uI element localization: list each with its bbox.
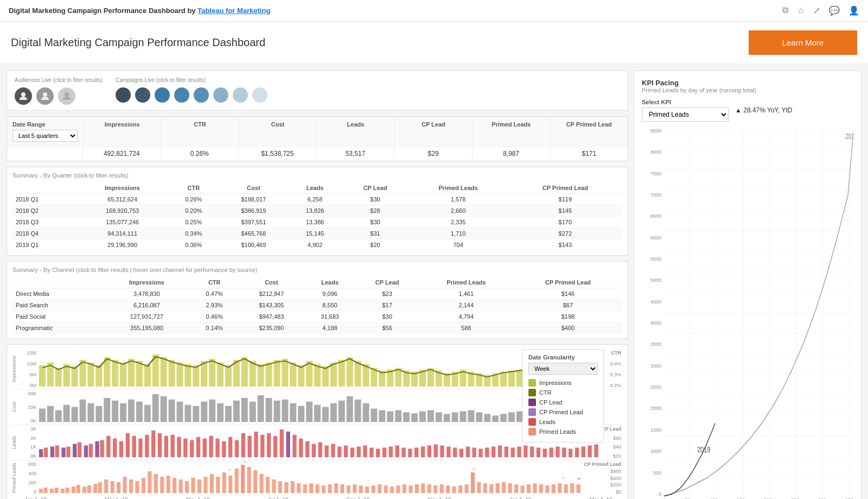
kpi-y-axis: 8500 8000 7500 7000 6500 6000 5500 5000 …: [642, 128, 661, 499]
svg-rect-260: [203, 477, 207, 493]
svg-rect-221: [530, 446, 534, 457]
svg-rect-105: [298, 406, 304, 422]
svg-rect-291: [396, 485, 400, 493]
kpi-value-ctr: 0.26%: [161, 147, 239, 161]
svg-rect-108: [322, 407, 329, 422]
table-row[interactable]: Programmatic355,195,0800.14%$235,0904,18…: [12, 323, 622, 334]
col-cp-lead: CP Lead: [342, 182, 409, 194]
campaign-dots: [116, 87, 267, 103]
audience-icon-1[interactable]: [15, 87, 32, 105]
svg-rect-256: [179, 479, 183, 493]
kpi-header-row: Date Range Last 5 quarters Last 4 quarte…: [7, 117, 628, 147]
svg-rect-213: [478, 449, 482, 457]
svg-rect-312: [527, 484, 531, 493]
col-cp-lead: CP Lead: [356, 277, 419, 288]
granularity-select[interactable]: Week Day Month: [528, 363, 598, 375]
campaign-dot-5[interactable]: [194, 87, 209, 103]
svg-rect-14: [128, 359, 135, 387]
primed-leads-bars: [39, 465, 580, 493]
svg-rect-34: [290, 363, 296, 387]
svg-rect-267: [247, 467, 251, 493]
date-range-select[interactable]: Last 5 quarters Last 4 quarters Last 3 q…: [12, 130, 78, 142]
cp-primed-lead-y-axis: CP Primed Lead $600$400$200$0: [581, 460, 623, 496]
svg-rect-60: [500, 371, 507, 387]
svg-rect-176: [241, 433, 245, 457]
ctr-swatch: [528, 389, 536, 396]
share-icon[interactable]: ⤢: [813, 5, 820, 16]
table-row[interactable]: 2018 Q3135,077,2460.25%$397,55113,386$30…: [12, 217, 622, 228]
audiences-label: Audiences Live (click to filter results): [15, 77, 103, 83]
svg-rect-169: [196, 437, 200, 457]
campaign-dot-4[interactable]: [174, 87, 189, 103]
svg-rect-316: [552, 484, 556, 493]
kpi-value-impressions: 492,821,724: [83, 147, 161, 161]
svg-rect-223: [543, 449, 547, 457]
col-cost: Cost: [219, 182, 288, 194]
svg-rect-186: [305, 441, 309, 458]
svg-rect-245: [111, 481, 114, 493]
table-row[interactable]: 2018 Q2168,920,7530.20%$386,91913,826$28…: [12, 205, 622, 217]
svg-rect-153: [95, 441, 99, 458]
svg-rect-298: [440, 484, 444, 493]
svg-rect-268: [253, 470, 257, 493]
table-row[interactable]: Direct Media3,478,8300.47%$212,8479,096$…: [12, 288, 622, 300]
legend-cp-primed-lead[interactable]: CP Primed Lead: [528, 408, 598, 416]
kpi-col-leads: Leads: [317, 117, 394, 146]
legend-impressions[interactable]: Impressions: [528, 379, 598, 387]
summary-channel-title: Summary - By Channel (click to filter re…: [12, 266, 622, 274]
dashboard-body: Audiences Live (click to filter results): [0, 64, 868, 499]
svg-rect-166: [177, 437, 181, 457]
svg-rect-194: [357, 446, 361, 457]
campaign-dot-1[interactable]: [116, 87, 131, 103]
tableau-link[interactable]: Tableau for Marketing: [197, 7, 270, 15]
svg-rect-207: [440, 445, 444, 457]
table-row[interactable]: 2018 Q494,314,1110.34%$465,76815,145$311…: [12, 228, 622, 239]
svg-rect-264: [228, 476, 232, 493]
campaign-dot-2[interactable]: [135, 87, 150, 103]
campaign-dot-3[interactable]: [155, 87, 170, 103]
svg-rect-230: [588, 445, 591, 457]
campaign-dot-6[interactable]: [213, 87, 228, 103]
audience-icon-2[interactable]: [36, 87, 54, 105]
audience-icon-3[interactable]: [58, 87, 75, 105]
comment-icon[interactable]: 💬: [829, 5, 840, 16]
duplicate-icon[interactable]: ⧉: [782, 5, 788, 16]
primed-leads-y-axis: 6004002000: [22, 460, 37, 496]
svg-rect-83: [120, 403, 126, 422]
svg-rect-292: [403, 484, 406, 493]
campaign-dot-7[interactable]: [233, 87, 248, 103]
svg-rect-226: [562, 447, 566, 457]
svg-rect-151: [84, 445, 88, 457]
user-icon[interactable]: 👤: [848, 5, 859, 16]
svg-rect-126: [468, 410, 474, 422]
col-cp-primed-lead: CP Primed Lead: [508, 182, 622, 194]
svg-rect-224: [549, 447, 553, 457]
svg-rect-9: [87, 363, 94, 387]
leads-swatch: [528, 418, 536, 426]
legend-leads[interactable]: Leads: [528, 418, 598, 426]
page-title: Digital Marketing Campaign Performance D…: [11, 36, 265, 49]
campaigns-filter: Campaigns Live (click to filter results): [116, 77, 267, 105]
svg-rect-18: [161, 357, 167, 387]
svg-rect-115: [379, 410, 385, 422]
svg-rect-13: [120, 363, 126, 387]
legend-primed-leads[interactable]: Primed Leads: [528, 428, 598, 435]
star-icon[interactable]: ☆: [797, 5, 805, 16]
svg-rect-205: [427, 445, 431, 457]
svg-rect-306: [489, 484, 493, 493]
campaign-dot-8[interactable]: [252, 87, 267, 103]
svg-rect-5: [55, 368, 62, 387]
kpi-select[interactable]: Primed Leads Leads Impressions CTR Cost: [642, 108, 729, 122]
learn-more-button[interactable]: Learn More: [749, 30, 857, 55]
svg-rect-261: [210, 474, 214, 493]
svg-rect-173: [222, 441, 226, 458]
table-row[interactable]: 2018 Q165,312,6240.26%$188,0176,258$301,…: [12, 194, 622, 205]
table-row[interactable]: 2019 Q129,196,9900.36%$100,4694,902$2070…: [12, 239, 622, 251]
table-row[interactable]: Paid Search6,216,0872.93%$143,3058,550$1…: [12, 300, 622, 311]
legend-ctr[interactable]: CTR: [528, 389, 598, 396]
x-mark: ×: [577, 476, 581, 481]
table-row[interactable]: Paid Social127,931,7270.46%$947,48331,68…: [12, 311, 622, 323]
primed-leads-svg: × × × × ×: [37, 460, 581, 496]
ctr-y-axis: CTR 0.4%0.3%0.2%: [604, 349, 623, 389]
legend-cp-lead[interactable]: CP Lead: [528, 399, 598, 406]
